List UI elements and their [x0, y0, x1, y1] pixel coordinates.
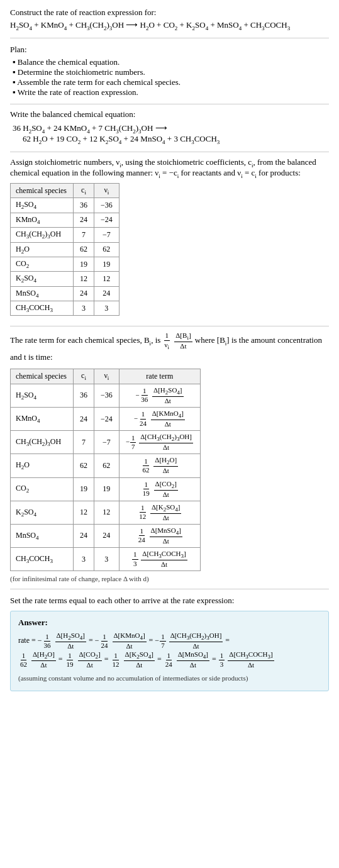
set-equal-text: Set the rate terms equal to each other t… [10, 596, 329, 606]
plan-item-1: ▪ Balance the chemical equation. [13, 57, 329, 67]
stoich-col-ci: ci [73, 183, 94, 198]
plan-section: Plan: ▪ Balance the chemical equation. ▪… [10, 45, 329, 104]
vi-cell: 12 [94, 272, 119, 286]
stoich-table: chemical species ci νi H2SO4 36 −36 KMnO… [10, 183, 119, 316]
answer-box: Answer: rate = −136 Δ[H2SO4]Δt = −124 Δ[… [10, 611, 329, 691]
vi-cell: −24 [94, 213, 119, 227]
table-row: H2O 62 62 [11, 242, 119, 257]
species-cell: CO2 [11, 257, 74, 271]
construct-label: Construct the rate of reaction expressio… [10, 8, 329, 18]
rate-note: (for infinitesimal rate of change, repla… [10, 575, 329, 582]
table-row: KMnO4 24 −24 −124 Δ[KMnO4]Δt [11, 408, 201, 431]
species-cell: MnSO4 [11, 286, 74, 301]
vi-cell: 24 [94, 286, 119, 301]
plan-item-2: ▪ Determine the stoichiometric numbers. [13, 67, 329, 77]
answer-rate: rate = −136 Δ[H2SO4]Δt = −124 Δ[KMnO4]Δt… [18, 632, 321, 684]
stoich-intro: Assign stoichiometric numbers, νi, using… [10, 157, 329, 179]
table-row: K2SO4 12 12 112 Δ[K2SO4]Δt [11, 501, 201, 524]
table-row: CH3(CH2)3OH 7 −7 [11, 228, 119, 242]
final-note: (assuming constant volume and no accumul… [18, 672, 321, 685]
rate-term-section: The rate term for each chemical species,… [10, 331, 329, 589]
ci-cell: 12 [73, 272, 94, 286]
table-row: H2O 62 62 162 Δ[H2O]Δt [11, 454, 201, 477]
header-section: Construct the rate of reaction expressio… [10, 8, 329, 38]
table-row: CH3COCH3 3 3 [11, 301, 119, 316]
answer-label: Answer: [18, 618, 321, 628]
table-row: CH3(CH2)3OH 7 −7 −17 Δ[CH3(CH2)3OH]Δt [11, 431, 201, 454]
stoich-col-vi: νi [94, 183, 119, 198]
plan-title: Plan: [10, 45, 329, 55]
plan-item-4: ▪ Write the rate of reaction expression. [13, 87, 329, 97]
stoich-col-species: chemical species [11, 183, 74, 198]
species-cell: H2SO4 [11, 198, 74, 213]
ci-cell: 24 [73, 213, 94, 227]
reaction-equation: H2SO4 + KMnO4 + CH3(CH2)3OH ⟶ H2O + CO2 … [10, 20, 329, 31]
vi-cell: −7 [94, 228, 119, 242]
species-cell: CH3COCH3 [11, 301, 74, 316]
species-cell: CH3(CH2)3OH [11, 228, 74, 242]
table-row: CO2 19 19 [11, 257, 119, 271]
ci-cell: 24 [73, 286, 94, 301]
table-row: K2SO4 12 12 [11, 272, 119, 286]
vi-cell: 19 [94, 257, 119, 271]
table-row: H2SO4 36 −36 [11, 198, 119, 213]
ci-cell: 62 [73, 242, 94, 257]
balanced-section: Write the balanced chemical equation: 36… [10, 109, 329, 152]
species-cell: K2SO4 [11, 272, 74, 286]
table-row: CH3COCH3 3 3 13 Δ[CH3COCH3]Δt [11, 548, 201, 571]
species-cell: KMnO4 [11, 213, 74, 227]
table-row: H2SO4 36 −36 −136 Δ[H2SO4]Δt [11, 384, 201, 407]
vi-cell: 62 [94, 242, 119, 257]
balanced-eq-line2: 62 H2O + 19 CO2 + 12 K2SO4 + 24 MnSO4 + … [23, 134, 329, 145]
species-cell: H2O [11, 242, 74, 257]
rate-col-ci: ci [73, 369, 94, 384]
balanced-label: Write the balanced chemical equation: [10, 109, 329, 120]
rate-term-intro: The rate term for each chemical species,… [10, 331, 329, 364]
table-row: KMnO4 24 −24 [11, 213, 119, 227]
ci-cell: 7 [73, 228, 94, 242]
ci-cell: 36 [73, 198, 94, 213]
rate-col-species: chemical species [11, 369, 74, 384]
rate-col-rate: rate term [119, 369, 200, 384]
final-section: Set the rate terms equal to each other t… [10, 596, 329, 691]
rate-table: chemical species ci νi rate term H2SO4 3… [10, 369, 201, 571]
table-row: CO2 19 19 119 Δ[CO2]Δt [11, 477, 201, 501]
page: Construct the rate of reaction expressio… [0, 0, 339, 699]
table-row: MnSO4 24 24 [11, 286, 119, 301]
stoich-section: Assign stoichiometric numbers, νi, using… [10, 157, 329, 327]
vi-cell: 3 [94, 301, 119, 316]
ci-cell: 3 [73, 301, 94, 316]
vi-cell: −36 [94, 198, 119, 213]
plan-item-3: ▪ Assemble the rate term for each chemic… [13, 77, 329, 87]
rate-col-vi: νi [94, 369, 119, 384]
ci-cell: 19 [73, 257, 94, 271]
table-row: MnSO4 24 24 124 Δ[MnSO4]Δt [11, 524, 201, 547]
balanced-eq-line1: 36 H2SO4 + 24 KMnO4 + 7 CH3(CH2)3OH ⟶ [13, 123, 329, 135]
